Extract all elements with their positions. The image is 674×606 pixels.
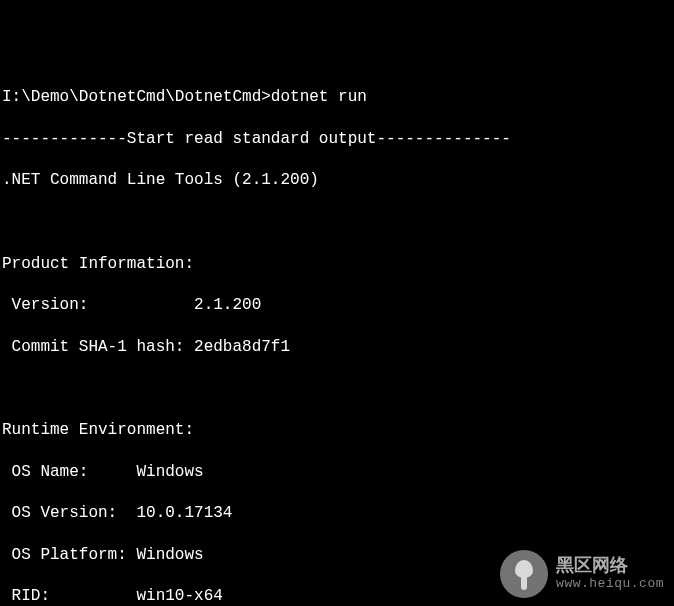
product-version-label: Version: xyxy=(2,296,194,314)
mushroom-icon xyxy=(500,550,548,598)
os-version-label: OS Version: xyxy=(2,504,136,522)
rid-value: win10-x64 xyxy=(136,587,222,605)
product-commit-value: 2edba8d7f1 xyxy=(194,338,290,356)
product-commit-row: Commit SHA-1 hash: 2edba8d7f1 xyxy=(2,337,672,358)
product-version-row: Version: 2.1.200 xyxy=(2,295,672,316)
os-name-label: OS Name: xyxy=(2,463,136,481)
watermark: 黑区网络 www.heiqu.com xyxy=(500,550,664,598)
watermark-text: 黑区网络 www.heiqu.com xyxy=(556,557,664,591)
rid-label: RID: xyxy=(2,587,136,605)
product-version-value: 2.1.200 xyxy=(194,296,261,314)
product-info-title: Product Information: xyxy=(2,254,672,275)
runtime-title: Runtime Environment: xyxy=(2,420,672,441)
os-name-row: OS Name: Windows xyxy=(2,462,672,483)
os-version-row: OS Version: 10.0.17134 xyxy=(2,503,672,524)
prompt-line[interactable]: I:\Demo\DotnetCmd\DotnetCmd>dotnet run xyxy=(2,87,672,108)
prompt-command: dotnet run xyxy=(271,88,367,106)
product-commit-label: Commit SHA-1 hash: xyxy=(2,338,194,356)
os-platform-value: Windows xyxy=(136,546,203,564)
os-name-value: Windows xyxy=(136,463,203,481)
header-line: .NET Command Line Tools (2.1.200) xyxy=(2,170,672,191)
watermark-cn: 黑区网络 xyxy=(556,557,664,577)
blank-line xyxy=(2,378,672,399)
watermark-url: www.heiqu.com xyxy=(556,577,664,591)
prompt-path: I:\Demo\DotnetCmd\DotnetCmd> xyxy=(2,88,271,106)
blank-line xyxy=(2,212,672,233)
divider-start: -------------Start read standard output-… xyxy=(2,129,672,150)
os-version-value: 10.0.17134 xyxy=(136,504,232,522)
os-platform-label: OS Platform: xyxy=(2,546,136,564)
